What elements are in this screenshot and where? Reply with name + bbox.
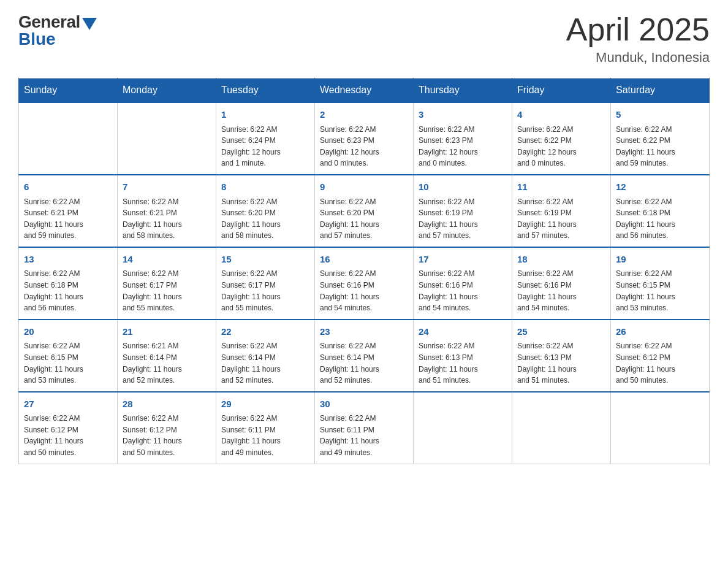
day-number: 14 — [123, 253, 211, 267]
day-number: 22 — [221, 325, 309, 339]
header-monday: Monday — [118, 79, 216, 103]
week-row-3: 13Sunrise: 6:22 AMSunset: 6:18 PMDayligh… — [19, 247, 710, 320]
day-number: 17 — [419, 253, 507, 267]
header-wednesday: Wednesday — [315, 79, 414, 103]
day-number: 7 — [123, 180, 211, 194]
calendar-cell: 14Sunrise: 6:22 AMSunset: 6:17 PMDayligh… — [118, 247, 216, 320]
calendar-cell: 17Sunrise: 6:22 AMSunset: 6:16 PMDayligh… — [414, 247, 512, 320]
day-info: Sunrise: 6:22 AMSunset: 6:20 PMDaylight:… — [221, 196, 309, 242]
day-number: 24 — [419, 325, 507, 339]
calendar-cell: 11Sunrise: 6:22 AMSunset: 6:19 PMDayligh… — [512, 175, 611, 247]
calendar-cell: 27Sunrise: 6:22 AMSunset: 6:12 PMDayligh… — [19, 392, 118, 464]
calendar-cell: 1Sunrise: 6:22 AMSunset: 6:24 PMDaylight… — [216, 102, 315, 175]
calendar-cell: 20Sunrise: 6:22 AMSunset: 6:15 PMDayligh… — [19, 320, 118, 392]
day-number: 12 — [616, 180, 704, 194]
day-info: Sunrise: 6:22 AMSunset: 6:19 PMDaylight:… — [419, 196, 507, 242]
day-number: 30 — [320, 397, 408, 412]
day-number: 15 — [221, 253, 309, 267]
calendar-table: SundayMondayTuesdayWednesdayThursdayFrid… — [18, 78, 710, 464]
calendar-cell: 13Sunrise: 6:22 AMSunset: 6:18 PMDayligh… — [19, 247, 118, 320]
calendar-cell: 8Sunrise: 6:22 AMSunset: 6:20 PMDaylight… — [216, 175, 315, 247]
day-number: 11 — [517, 180, 605, 194]
day-info: Sunrise: 6:22 AMSunset: 6:13 PMDaylight:… — [419, 340, 507, 386]
day-info: Sunrise: 6:22 AMSunset: 6:24 PMDaylight:… — [221, 124, 309, 169]
calendar-cell: 30Sunrise: 6:22 AMSunset: 6:11 PMDayligh… — [315, 392, 414, 464]
day-number: 18 — [517, 253, 605, 267]
calendar-cell: 12Sunrise: 6:22 AMSunset: 6:18 PMDayligh… — [611, 175, 710, 247]
week-row-5: 27Sunrise: 6:22 AMSunset: 6:12 PMDayligh… — [19, 392, 710, 464]
day-number: 4 — [517, 108, 605, 122]
day-info: Sunrise: 6:22 AMSunset: 6:20 PMDaylight:… — [320, 196, 408, 242]
day-number: 3 — [419, 108, 507, 122]
week-row-1: 1Sunrise: 6:22 AMSunset: 6:24 PMDaylight… — [19, 102, 710, 175]
calendar-cell: 4Sunrise: 6:22 AMSunset: 6:22 PMDaylight… — [512, 102, 611, 175]
calendar-cell: 22Sunrise: 6:22 AMSunset: 6:14 PMDayligh… — [216, 320, 315, 392]
calendar-cell: 19Sunrise: 6:22 AMSunset: 6:15 PMDayligh… — [611, 247, 710, 320]
calendar-cell: 23Sunrise: 6:22 AMSunset: 6:14 PMDayligh… — [315, 320, 414, 392]
day-info: Sunrise: 6:22 AMSunset: 6:23 PMDaylight:… — [419, 124, 507, 169]
day-number: 9 — [320, 180, 408, 194]
calendar-title: April 2025 — [566, 12, 710, 47]
day-number: 21 — [123, 325, 211, 339]
calendar-cell: 18Sunrise: 6:22 AMSunset: 6:16 PMDayligh… — [512, 247, 611, 320]
calendar-cell — [512, 392, 611, 464]
calendar-cell: 7Sunrise: 6:22 AMSunset: 6:21 PMDaylight… — [118, 175, 216, 247]
day-number: 16 — [320, 253, 408, 267]
day-number: 13 — [24, 253, 112, 267]
day-number: 26 — [616, 325, 704, 339]
calendar-cell: 6Sunrise: 6:22 AMSunset: 6:21 PMDaylight… — [19, 175, 118, 247]
day-info: Sunrise: 6:22 AMSunset: 6:16 PMDaylight:… — [517, 268, 605, 313]
day-info: Sunrise: 6:22 AMSunset: 6:17 PMDaylight:… — [123, 268, 211, 313]
calendar-cell: 16Sunrise: 6:22 AMSunset: 6:16 PMDayligh… — [315, 247, 414, 320]
day-number: 10 — [419, 180, 507, 194]
day-info: Sunrise: 6:22 AMSunset: 6:21 PMDaylight:… — [123, 196, 211, 242]
day-info: Sunrise: 6:22 AMSunset: 6:14 PMDaylight:… — [320, 340, 408, 386]
day-info: Sunrise: 6:22 AMSunset: 6:11 PMDaylight:… — [221, 413, 309, 458]
calendar-cell: 21Sunrise: 6:21 AMSunset: 6:14 PMDayligh… — [118, 320, 216, 392]
day-info: Sunrise: 6:22 AMSunset: 6:13 PMDaylight:… — [517, 340, 605, 386]
day-number: 25 — [517, 325, 605, 339]
day-number: 29 — [221, 397, 309, 412]
day-number: 5 — [616, 108, 704, 122]
title-block: April 2025 Munduk, Indonesia — [566, 12, 710, 66]
logo-blue-text: Blue — [18, 29, 56, 49]
day-info: Sunrise: 6:22 AMSunset: 6:12 PMDaylight:… — [24, 413, 112, 458]
day-number: 2 — [320, 108, 408, 122]
day-info: Sunrise: 6:22 AMSunset: 6:16 PMDaylight:… — [419, 268, 507, 313]
day-info: Sunrise: 6:22 AMSunset: 6:22 PMDaylight:… — [517, 124, 605, 169]
calendar-cell: 24Sunrise: 6:22 AMSunset: 6:13 PMDayligh… — [414, 320, 512, 392]
logo-triangle-icon — [82, 18, 97, 30]
calendar-cell: 10Sunrise: 6:22 AMSunset: 6:19 PMDayligh… — [414, 175, 512, 247]
header-thursday: Thursday — [414, 79, 512, 103]
day-info: Sunrise: 6:22 AMSunset: 6:22 PMDaylight:… — [616, 124, 704, 169]
day-info: Sunrise: 6:22 AMSunset: 6:18 PMDaylight:… — [616, 196, 704, 242]
calendar-cell: 28Sunrise: 6:22 AMSunset: 6:12 PMDayligh… — [118, 392, 216, 464]
calendar-cell: 25Sunrise: 6:22 AMSunset: 6:13 PMDayligh… — [512, 320, 611, 392]
calendar-cell: 29Sunrise: 6:22 AMSunset: 6:11 PMDayligh… — [216, 392, 315, 464]
day-number: 8 — [221, 180, 309, 194]
calendar-cell — [414, 392, 512, 464]
day-number: 28 — [123, 397, 211, 412]
calendar-cell — [19, 102, 118, 175]
day-info: Sunrise: 6:22 AMSunset: 6:21 PMDaylight:… — [24, 196, 112, 242]
week-row-2: 6Sunrise: 6:22 AMSunset: 6:21 PMDaylight… — [19, 175, 710, 247]
calendar-cell — [611, 392, 710, 464]
calendar-cell: 15Sunrise: 6:22 AMSunset: 6:17 PMDayligh… — [216, 247, 315, 320]
day-info: Sunrise: 6:22 AMSunset: 6:11 PMDaylight:… — [320, 413, 408, 458]
header-sunday: Sunday — [19, 79, 118, 103]
day-number: 1 — [221, 108, 309, 122]
day-info: Sunrise: 6:21 AMSunset: 6:14 PMDaylight:… — [123, 340, 211, 386]
page-header: General Blue April 2025 Munduk, Indonesi… — [18, 12, 710, 66]
calendar-cell: 26Sunrise: 6:22 AMSunset: 6:12 PMDayligh… — [611, 320, 710, 392]
day-info: Sunrise: 6:22 AMSunset: 6:12 PMDaylight:… — [123, 413, 211, 458]
day-info: Sunrise: 6:22 AMSunset: 6:15 PMDaylight:… — [24, 340, 112, 386]
header-tuesday: Tuesday — [216, 79, 315, 103]
header-saturday: Saturday — [611, 79, 710, 103]
day-info: Sunrise: 6:22 AMSunset: 6:14 PMDaylight:… — [221, 340, 309, 386]
calendar-cell: 2Sunrise: 6:22 AMSunset: 6:23 PMDaylight… — [315, 102, 414, 175]
day-info: Sunrise: 6:22 AMSunset: 6:16 PMDaylight:… — [320, 268, 408, 313]
day-info: Sunrise: 6:22 AMSunset: 6:18 PMDaylight:… — [24, 268, 112, 313]
day-info: Sunrise: 6:22 AMSunset: 6:19 PMDaylight:… — [517, 196, 605, 242]
day-info: Sunrise: 6:22 AMSunset: 6:12 PMDaylight:… — [616, 340, 704, 386]
day-info: Sunrise: 6:22 AMSunset: 6:23 PMDaylight:… — [320, 124, 408, 169]
